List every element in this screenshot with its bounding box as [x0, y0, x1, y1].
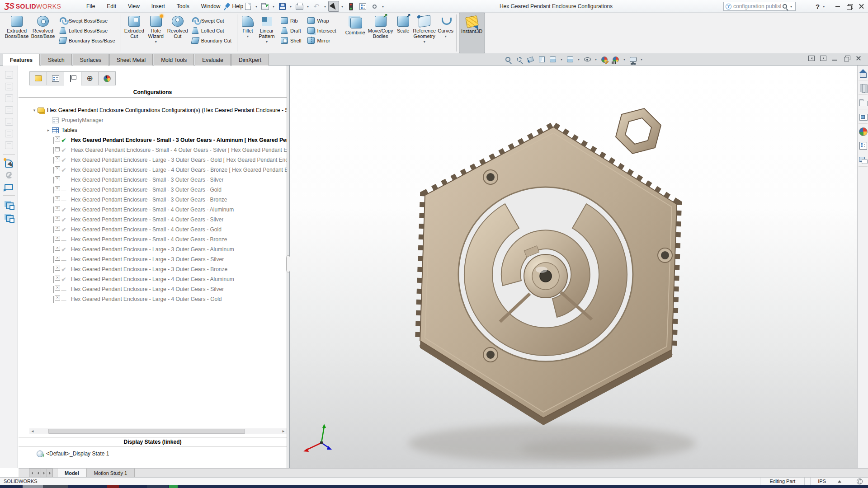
pendant-bail[interactable]	[616, 108, 661, 154]
configuration-row[interactable]: Hex Geared Pendant Enclosure - Small - 3…	[19, 185, 287, 195]
select-button[interactable]	[328, 1, 339, 12]
display-state-row[interactable]: <Default>_Display State 1	[19, 449, 287, 459]
graphics-viewport[interactable]	[290, 66, 857, 468]
appearances-scenes-icon[interactable]	[859, 127, 868, 138]
display-pane-alt-icon[interactable]	[6, 215, 14, 222]
ribbon-tab[interactable]: Evaluate	[195, 54, 231, 66]
configuration-row[interactable]: Hex Geared Pendant Enclosure - Small - 4…	[19, 235, 287, 244]
mirror-button[interactable]: Mirror	[304, 36, 339, 45]
expand-arrow-icon[interactable]	[19, 108, 38, 113]
hole-wizard-button[interactable]: Hole Wizard	[145, 13, 167, 53]
tab-motion-study[interactable]: Motion Study 1	[87, 469, 135, 477]
view-cube-icon[interactable]	[5, 83, 13, 90]
zoom-to-area-button[interactable]	[514, 55, 524, 65]
curves-button[interactable]: Curves	[438, 13, 454, 53]
scale-button[interactable]: Scale	[395, 13, 411, 53]
view-cube-icon[interactable]	[5, 130, 13, 137]
ribbon-tab[interactable]: Mold Tools	[154, 54, 194, 66]
minimize-button[interactable]	[832, 0, 844, 13]
last-tab-button[interactable]	[47, 469, 53, 477]
configuration-row[interactable]: Hex Geared Pendant Enclosure - Small - 4…	[19, 225, 287, 235]
boundary-cut-button[interactable]: Boundary Cut	[189, 36, 235, 45]
edit-appearance-button[interactable]	[599, 55, 609, 65]
reference-geometry-button[interactable]: Reference Geometry	[411, 13, 438, 53]
print-dropdown-arrow-icon[interactable]	[306, 1, 310, 12]
save-button[interactable]	[277, 1, 288, 12]
shell-button[interactable]: Shell	[278, 36, 304, 45]
hide-show-dropdown-arrow-icon[interactable]	[594, 54, 598, 65]
tables-row[interactable]: Tables	[19, 125, 287, 135]
tab-configuration-manager[interactable]	[64, 71, 81, 85]
ribbon-tab[interactable]: Sheet Metal	[109, 54, 153, 66]
view-cube-icon[interactable]	[5, 106, 13, 114]
pin-menu-icon[interactable]	[223, 3, 231, 10]
home-icon[interactable]	[859, 69, 868, 80]
lofted-boss-base-button[interactable]: Lofted Boss/Base	[56, 26, 118, 35]
custom-properties-icon[interactable]	[859, 141, 868, 152]
menu-item[interactable]: File	[80, 0, 101, 13]
restore-button[interactable]	[844, 0, 855, 13]
options-dropdown-arrow-icon[interactable]	[381, 1, 385, 12]
view-settings-button[interactable]	[628, 55, 638, 65]
screw-hole[interactable]	[658, 248, 672, 263]
view-cube-icon[interactable]	[5, 71, 13, 79]
draft-button[interactable]: Draft	[278, 26, 304, 35]
ribbon-tab[interactable]: Features	[3, 54, 40, 66]
scrollbar-thumb[interactable]	[48, 429, 245, 434]
fillet-dropdown-arrow-icon[interactable]	[245, 34, 250, 38]
tab-display-manager[interactable]	[98, 71, 116, 85]
menu-item[interactable]: Edit	[101, 0, 122, 13]
child-restore-icon[interactable]	[843, 55, 851, 62]
design-library-icon[interactable]	[859, 84, 868, 95]
menu-item[interactable]: Tools	[171, 0, 195, 13]
rebuild-button[interactable]	[345, 1, 356, 12]
apply-scene-button[interactable]	[611, 55, 621, 65]
view-orientation-button[interactable]	[548, 55, 558, 65]
new-sketch-icon[interactable]	[5, 160, 13, 168]
print-button[interactable]	[294, 1, 305, 12]
first-tab-button[interactable]	[29, 469, 35, 477]
previous-view-button[interactable]	[525, 55, 535, 65]
view-orientation-dropdown-arrow-icon[interactable]	[559, 54, 564, 65]
view-settings-dropdown-arrow-icon[interactable]	[639, 54, 644, 65]
property-manager-row[interactable]: PropertyManager	[19, 115, 287, 125]
screw-hole[interactable]	[483, 347, 498, 362]
new-dropdown-arrow-icon[interactable]	[254, 1, 259, 12]
search-dropdown-arrow-icon[interactable]	[789, 1, 793, 12]
boundary-boss-base-button[interactable]: Boundary Boss/Base	[56, 36, 118, 45]
configuration-row[interactable]: Hex Geared Pendant Enclosure - Small - 3…	[19, 175, 287, 185]
configuration-row[interactable]: Heax Geared Pendant Enclosure - Small - …	[19, 145, 287, 155]
configuration-row[interactable]: Hex Geared Pendant Enclosure - Large - 4…	[19, 284, 287, 294]
combine-button[interactable]: Combine	[344, 13, 366, 53]
globe-icon[interactable]	[857, 479, 863, 484]
linear-pattern-dropdown-arrow-icon[interactable]	[264, 39, 269, 44]
curves-dropdown-arrow-icon[interactable]	[443, 34, 448, 38]
search-input-text[interactable]: configuration publisher	[733, 3, 781, 9]
search-icon[interactable]	[783, 4, 787, 9]
revolved-cut-button[interactable]: Revolved Cut	[167, 13, 189, 53]
zoom-to-fit-button[interactable]	[503, 55, 513, 65]
pendant-model[interactable]	[290, 66, 857, 468]
configuration-row[interactable]: Hex Geared Pendant Enclosure - Large - 4…	[19, 294, 287, 304]
view-cube-icon[interactable]	[5, 118, 13, 126]
help-icon[interactable]	[814, 3, 821, 10]
reference-geometry-dropdown-arrow-icon[interactable]	[422, 39, 427, 44]
swept-cut-button[interactable]: Swept Cut	[189, 16, 235, 25]
display-pane-icon[interactable]	[6, 202, 14, 209]
unit-system-selector[interactable]: IPS	[813, 479, 846, 484]
configuration-row[interactable]: Hex Geared Pendant Enclosure - Large - 3…	[19, 264, 287, 274]
extruded-boss-base-button[interactable]: Extruded Boss/Base	[4, 13, 30, 53]
orientation-triad[interactable]	[300, 422, 336, 455]
tab-model[interactable]: Model	[57, 469, 87, 477]
undo-dropdown-arrow-icon[interactable]	[323, 1, 327, 12]
display-settings-button[interactable]	[357, 1, 368, 12]
rib-button[interactable]: Rib	[278, 16, 304, 25]
view-palette-icon[interactable]	[859, 113, 868, 124]
section-view-button[interactable]	[537, 55, 547, 65]
fillet-button[interactable]: Fillet	[240, 13, 256, 53]
ribbon-tab[interactable]: DimXpert	[231, 54, 269, 66]
wrap-button[interactable]: Wrap	[304, 16, 339, 25]
apply-scene-dropdown-arrow-icon[interactable]	[622, 54, 627, 65]
swept-boss-base-button[interactable]: Swept Boss/Base	[56, 16, 118, 25]
next-window-icon[interactable]	[819, 55, 827, 62]
